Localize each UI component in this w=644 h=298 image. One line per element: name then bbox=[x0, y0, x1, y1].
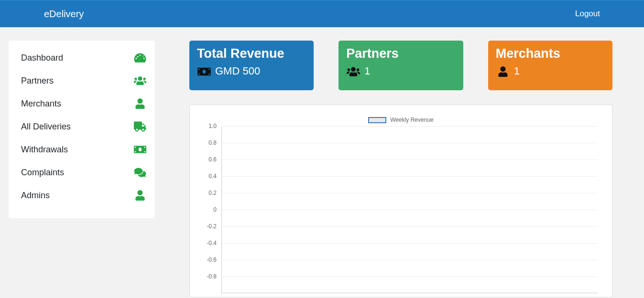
y-tick-label: 0 bbox=[213, 206, 217, 213]
chart-grid bbox=[221, 126, 598, 293]
y-tick-label: -0.8 bbox=[207, 273, 217, 280]
card-title: Merchants bbox=[496, 46, 605, 61]
sidebar-item-complaints[interactable]: Complaints bbox=[9, 161, 155, 184]
y-tick-label: -0.6 bbox=[207, 256, 217, 263]
y-tick-label: -0.4 bbox=[207, 240, 217, 246]
sidebar-item-label: Dashboard bbox=[21, 53, 63, 63]
y-tick-label: 0.4 bbox=[208, 173, 217, 180]
users-icon bbox=[346, 65, 360, 77]
sidebar-item-partners[interactable]: Partners bbox=[9, 69, 155, 92]
legend-swatch bbox=[368, 117, 386, 123]
weekly-revenue-chart: Weekly Revenue 1.00.80.60.40.20-0.2-0.4-… bbox=[189, 105, 612, 298]
card-partners: Partners 1 bbox=[338, 41, 463, 90]
top-navbar: eDelivery Logout bbox=[0, 0, 644, 27]
comments-icon bbox=[134, 167, 146, 178]
summary-cards: Total Revenue GMD 500 Partners 1 bbox=[189, 41, 612, 90]
sidebar-item-label: All Deliveries bbox=[21, 122, 71, 132]
chart-y-axis: 1.00.80.60.40.20-0.2-0.4-0.6-0.8 bbox=[199, 126, 218, 293]
chart-legend[interactable]: Weekly Revenue bbox=[199, 117, 602, 123]
y-tick-label: 0.2 bbox=[208, 190, 217, 196]
y-tick-label: 0.6 bbox=[208, 156, 217, 163]
sidebar-item-withdrawals[interactable]: Withdrawals bbox=[9, 138, 155, 161]
sidebar-item-label: Complaints bbox=[21, 168, 64, 178]
truck-icon bbox=[134, 121, 146, 132]
brand-title[interactable]: eDelivery bbox=[44, 9, 84, 20]
sidebar-item-merchants[interactable]: Merchants bbox=[9, 92, 155, 115]
sidebar-item-all-deliveries[interactable]: All Deliveries bbox=[9, 115, 155, 138]
sidebar-item-label: Withdrawals bbox=[21, 145, 68, 155]
card-value-text: 1 bbox=[514, 65, 520, 77]
sidebar-item-label: Partners bbox=[21, 76, 54, 86]
chart-plot-area: 1.00.80.60.40.20-0.2-0.4-0.6-0.8 bbox=[221, 126, 598, 293]
card-value-text: GMD 500 bbox=[215, 65, 260, 77]
y-tick-label: 0.8 bbox=[208, 139, 217, 146]
sidebar-nav: Dashboard Partners Merchants All Deliver… bbox=[9, 41, 155, 218]
sidebar-item-dashboard[interactable]: Dashboard bbox=[9, 46, 155, 69]
money-bill-icon bbox=[134, 144, 146, 155]
tachometer-icon bbox=[134, 53, 146, 63]
user-icon bbox=[496, 65, 510, 77]
card-merchants: Merchants 1 bbox=[488, 41, 612, 90]
card-total-revenue: Total Revenue GMD 500 bbox=[189, 41, 314, 90]
sidebar-item-label: Merchants bbox=[21, 99, 61, 109]
legend-label: Weekly Revenue bbox=[390, 117, 434, 123]
sidebar-item-label: Admins bbox=[21, 191, 50, 201]
user-icon bbox=[134, 190, 146, 201]
y-tick-label: 1.0 bbox=[208, 123, 217, 129]
card-value-text: 1 bbox=[364, 65, 370, 77]
sidebar-item-admins[interactable]: Admins bbox=[9, 184, 155, 207]
y-tick-label: -0.2 bbox=[207, 223, 217, 230]
users-icon bbox=[134, 75, 146, 86]
card-title: Partners bbox=[346, 46, 455, 61]
card-title: Total Revenue bbox=[197, 46, 306, 61]
user-icon bbox=[134, 98, 146, 109]
money-bill-icon bbox=[197, 65, 211, 77]
logout-link[interactable]: Logout bbox=[575, 9, 600, 19]
